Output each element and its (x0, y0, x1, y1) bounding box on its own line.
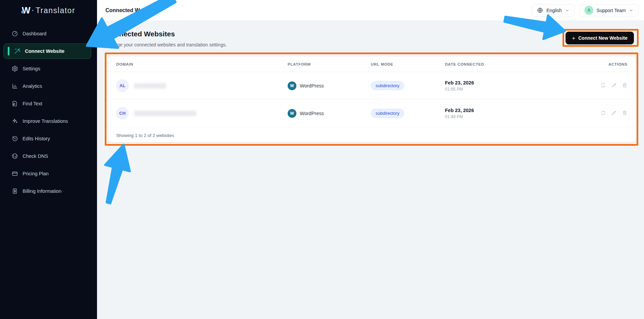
sidebar-nav: DashboardConnect WebsiteSettingsAnalytic… (3, 26, 91, 201)
edit-icon (611, 110, 617, 117)
logo-separator-icon: ‣ (32, 8, 34, 13)
chevron-down-icon (629, 8, 634, 13)
domain-avatar: AL (116, 79, 129, 92)
language-selector[interactable]: English (532, 4, 575, 17)
table-body: ALWWordPresssubdirectoryFeb 23, 202601:5… (107, 72, 636, 127)
sidebar-item-label: Find Text (23, 101, 42, 106)
sidebar-item-label: Check DNS (23, 153, 48, 159)
table-header-row: DOMAINPLATFORMURL MODEDATE CONNECTEDACTI… (107, 57, 636, 72)
sidebar-item-label: Connect Website (25, 48, 64, 54)
delete-icon (622, 82, 627, 89)
cell-actions (591, 82, 627, 89)
sidebar-item-settings[interactable]: Settings (3, 61, 91, 76)
cell-date-connected: Feb 23, 202601:55 PM (445, 80, 591, 92)
cell-platform: WWordPress (288, 109, 371, 118)
cell-url-mode: subdirectory (371, 109, 445, 118)
user-menu[interactable]: Support Team (579, 4, 639, 17)
sidebar-item-label: Pricing Plan (23, 171, 49, 176)
dashboard-icon (11, 30, 18, 37)
sidebar-item-label: Improve Translations (23, 118, 68, 124)
table-footer-text: Showing 1 to 2 of 2 websites (116, 133, 174, 138)
delete-button[interactable] (622, 82, 627, 89)
date-value: Feb 23, 2026 (445, 108, 591, 113)
sidebar-item-check-dns[interactable]: Check DNS (3, 148, 91, 164)
user-menu-label: Support Team (597, 8, 626, 13)
edit-button[interactable] (611, 82, 617, 89)
refresh-icon (600, 82, 606, 89)
column-header-platform: PLATFORM (288, 62, 371, 66)
edit-icon (611, 82, 617, 89)
table-row: CHWWordPresssubdirectoryFeb 23, 202601:4… (107, 100, 636, 127)
sidebar-item-connect-website[interactable]: Connect Website (3, 43, 91, 59)
platform-label: WordPress (300, 111, 324, 116)
edit-button[interactable] (611, 110, 617, 117)
cell-date-connected: Feb 23, 202601:49 PM (445, 108, 591, 119)
sidebar-item-label: Settings (23, 66, 40, 71)
platform-label: WordPress (300, 83, 324, 88)
sidebar: W ‣ Translator DashboardConnect WebsiteS… (0, 0, 97, 319)
topbar-title: Connected Websites (105, 7, 158, 13)
time-value: 01:55 PM (445, 87, 591, 92)
connect-website-icon (14, 48, 21, 55)
sidebar-item-pricing-plan[interactable]: Pricing Plan (3, 166, 91, 181)
time-value: 01:49 PM (445, 114, 591, 119)
wordpress-icon: W (288, 109, 296, 118)
refresh-button[interactable] (600, 82, 606, 89)
connect-button-label: Connect New Website (578, 35, 627, 41)
cell-domain: AL (116, 79, 288, 92)
domain-redacted-text (134, 83, 166, 88)
main-content: Connected Websites Manage your connected… (97, 21, 644, 319)
sidebar-item-edits-history[interactable]: Edits History (3, 131, 91, 146)
sidebar-item-find-text[interactable]: Find Text (3, 96, 91, 111)
delete-icon (622, 110, 627, 117)
table-footer: Showing 1 to 2 of 2 websites (107, 127, 636, 142)
cell-url-mode: subdirectory (371, 81, 445, 90)
language-label: English (546, 8, 562, 13)
billing-information-icon (11, 188, 18, 194)
sidebar-item-label: Edits History (23, 136, 50, 141)
url-mode-badge: subdirectory (371, 109, 404, 118)
sidebar-item-improve-translations[interactable]: Improve Translations (3, 113, 91, 129)
page-title: Connected Websites (105, 30, 175, 38)
refresh-button[interactable] (600, 110, 606, 117)
topbar-controls: English Support Team (532, 4, 639, 17)
websites-table-card: DOMAINPLATFORMURL MODEDATE CONNECTEDACTI… (107, 56, 637, 142)
cell-actions (591, 110, 627, 117)
sidebar-item-billing-information[interactable]: Billing Information (3, 183, 91, 199)
refresh-icon (600, 110, 606, 117)
sidebar-item-dashboard[interactable]: Dashboard (3, 26, 91, 41)
domain-avatar: CH (116, 107, 129, 119)
edits-history-icon (11, 135, 18, 142)
sidebar-item-analytics[interactable]: Analytics (3, 78, 91, 94)
analytics-icon (11, 83, 18, 90)
sidebar-item-label: Billing Information (23, 188, 61, 194)
domain-redacted-text (134, 111, 196, 116)
column-header-actions: ACTIONS (591, 62, 627, 66)
find-text-icon (11, 100, 18, 107)
date-value: Feb 23, 2026 (445, 80, 591, 85)
app-logo: W ‣ Translator (0, 0, 97, 21)
table-row: ALWWordPresssubdirectoryFeb 23, 202601:5… (107, 72, 636, 100)
cell-platform: WWordPress (288, 81, 371, 90)
connect-new-website-button[interactable]: + Connect New Website (566, 32, 634, 44)
column-header-domain: DOMAIN (116, 62, 288, 66)
wordpress-icon: W (288, 81, 296, 90)
delete-button[interactable] (622, 110, 627, 117)
topbar: Connected Websites English Support Team (97, 0, 644, 21)
cell-domain: CH (116, 107, 288, 119)
globe-icon (537, 7, 543, 13)
settings-icon (11, 65, 18, 72)
logo-w-icon: W (22, 5, 30, 16)
user-avatar-icon (584, 6, 593, 15)
check-dns-icon (11, 153, 18, 160)
plus-icon: + (572, 35, 575, 41)
pricing-plan-icon (11, 170, 18, 177)
column-header-url-mode: URL MODE (371, 62, 445, 66)
sidebar-item-label: Dashboard (23, 31, 46, 36)
logo-text: Translator (36, 6, 75, 15)
column-header-date-connected: DATE CONNECTED (445, 62, 591, 66)
sidebar-item-label: Analytics (23, 83, 42, 89)
chevron-down-icon (565, 8, 570, 13)
url-mode-badge: subdirectory (371, 81, 404, 90)
improve-translations-icon (11, 118, 18, 125)
